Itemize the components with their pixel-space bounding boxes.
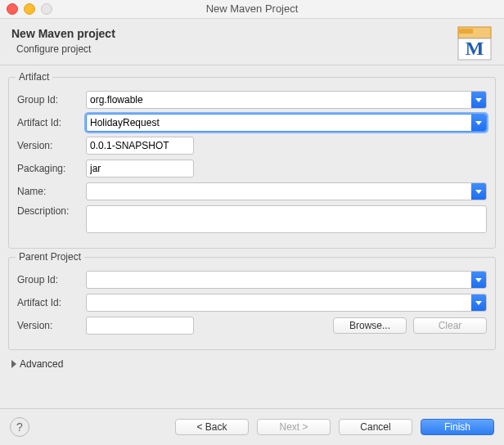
maven-wizard-icon: M xyxy=(457,25,493,61)
close-icon[interactable] xyxy=(7,3,18,15)
window-title: New Maven Project xyxy=(206,2,299,15)
name-input[interactable] xyxy=(87,183,471,200)
parent-project-group: Parent Project Group Id: Artifact Id: Ve… xyxy=(8,257,496,350)
label-parent-group-id: Group Id: xyxy=(17,274,86,285)
group-id-combo[interactable] xyxy=(86,91,487,109)
parent-version-input[interactable] xyxy=(87,317,194,334)
version-combo[interactable] xyxy=(86,137,194,155)
artifact-group: Artifact Group Id: Artifact Id: Version: xyxy=(8,77,496,249)
parent-group-id-combo[interactable] xyxy=(86,271,487,289)
minimize-icon[interactable] xyxy=(24,3,35,15)
help-icon[interactable]: ? xyxy=(10,417,29,437)
wizard-window: New Maven Project New Maven project Conf… xyxy=(0,0,504,445)
parent-artifact-id-input[interactable] xyxy=(87,294,471,311)
wizard-header: New Maven project Configure project M xyxy=(0,19,504,61)
clear-button: Clear xyxy=(413,317,487,334)
parent-version-combo[interactable] xyxy=(86,317,194,335)
advanced-label: Advanced xyxy=(20,358,63,370)
back-button[interactable]: < Back xyxy=(175,419,249,435)
version-input[interactable] xyxy=(87,137,194,154)
label-packaging: Packaging: xyxy=(17,163,86,174)
disclosure-triangle-icon xyxy=(11,360,16,368)
label-parent-version: Version: xyxy=(17,320,86,331)
label-parent-artifact-id: Artifact Id: xyxy=(17,297,86,308)
description-input[interactable] xyxy=(86,205,487,233)
parent-group-id-input[interactable] xyxy=(87,272,471,288)
browse-button[interactable]: Browse... xyxy=(333,317,407,334)
name-combo[interactable] xyxy=(86,182,487,200)
group-title-artifact: Artifact xyxy=(16,71,52,83)
chevron-down-icon[interactable] xyxy=(471,92,486,108)
label-description: Description: xyxy=(17,205,86,217)
next-button: Next > xyxy=(257,419,331,435)
label-group-id: Group Id: xyxy=(17,94,86,106)
cancel-button[interactable]: Cancel xyxy=(339,419,412,435)
chevron-down-icon[interactable] xyxy=(471,183,486,200)
group-id-input[interactable] xyxy=(87,92,471,108)
artifact-id-input[interactable] xyxy=(87,115,471,131)
parent-artifact-id-combo[interactable] xyxy=(86,294,487,312)
chevron-down-icon[interactable] xyxy=(471,115,486,131)
window-controls xyxy=(7,3,52,15)
wizard-body: Artifact Group Id: Artifact Id: Version: xyxy=(0,77,504,370)
finish-button[interactable]: Finish xyxy=(421,419,494,435)
wizard-footer: ? < Back Next > Cancel Finish xyxy=(0,408,504,445)
chevron-down-icon[interactable] xyxy=(471,272,486,288)
maximize-icon xyxy=(41,3,52,15)
label-artifact-id: Artifact Id: xyxy=(17,117,86,128)
titlebar: New Maven Project xyxy=(0,0,504,19)
packaging-combo[interactable] xyxy=(86,160,194,178)
label-version: Version: xyxy=(17,140,86,151)
artifact-id-combo[interactable] xyxy=(86,114,487,132)
page-title: New Maven project xyxy=(11,27,493,40)
group-title-parent: Parent Project xyxy=(16,251,84,263)
packaging-input[interactable] xyxy=(87,160,194,177)
page-subtitle: Configure project xyxy=(16,43,493,55)
label-name: Name: xyxy=(17,186,86,197)
advanced-toggle[interactable]: Advanced xyxy=(11,358,493,370)
svg-text:M: M xyxy=(466,38,484,59)
svg-rect-1 xyxy=(458,29,473,34)
chevron-down-icon[interactable] xyxy=(471,294,486,311)
